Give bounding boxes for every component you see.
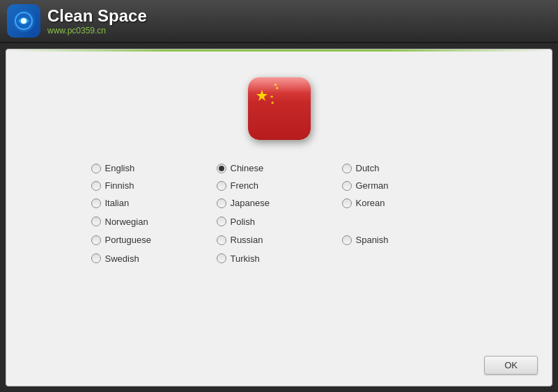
lang-option-finnish[interactable]: Finnish <box>91 178 217 193</box>
lang-option-english[interactable]: English <box>91 161 217 175</box>
chinese-flag-icon <box>248 77 311 140</box>
radio-german[interactable] <box>342 181 352 191</box>
app-logo <box>7 4 40 38</box>
lang-label-english: English <box>105 163 135 173</box>
ok-button-container: OK <box>484 356 538 375</box>
lang-option-japanese[interactable]: Japanese <box>217 196 342 210</box>
app-subtitle: www.pc0359.cn <box>47 26 147 36</box>
ok-button[interactable]: OK <box>484 356 538 375</box>
radio-finnish[interactable] <box>91 181 101 191</box>
flag-container <box>248 77 311 140</box>
lang-label-polish: Polish <box>231 217 255 227</box>
radio-italian[interactable] <box>91 198 101 208</box>
lang-label-japanese: Japanese <box>231 198 270 208</box>
svg-point-2 <box>21 18 26 24</box>
lang-label-italian: Italian <box>105 198 130 208</box>
lang-option-chinese[interactable]: Chinese <box>217 161 342 175</box>
title-text-group: Clean Space www.pc0359.cn <box>47 6 147 36</box>
radio-korean[interactable] <box>342 198 352 208</box>
lang-option-korean[interactable]: Korean <box>342 196 467 210</box>
lang-label-norwegian: Norwegian <box>105 217 148 227</box>
green-accent-line <box>6 49 552 52</box>
lang-option-german[interactable]: German <box>342 178 467 193</box>
radio-spanish[interactable] <box>342 235 352 245</box>
radio-japanese[interactable] <box>217 198 226 208</box>
lang-label-german: German <box>356 180 389 191</box>
lang-label-portuguese: Portuguese <box>105 235 152 245</box>
lang-option-russian[interactable]: Russian <box>217 233 342 247</box>
lang-option-dutch[interactable]: Dutch <box>342 161 467 175</box>
main-dialog: English Chinese Dutch Finnish French <box>6 49 552 386</box>
lang-label-chinese: Chinese <box>231 163 264 173</box>
svg-rect-9 <box>248 77 311 109</box>
radio-english[interactable] <box>91 164 101 173</box>
lang-label-dutch: Dutch <box>356 163 380 173</box>
radio-portuguese[interactable] <box>91 235 101 245</box>
radio-dutch[interactable] <box>342 164 352 173</box>
radio-norwegian[interactable] <box>91 217 101 226</box>
title-bar: Clean Space www.pc0359.cn <box>0 0 558 43</box>
lang-label-korean: Korean <box>356 198 385 208</box>
lang-label-spanish: Spanish <box>356 235 389 245</box>
lang-option-polish[interactable]: Polish <box>217 213 342 230</box>
lang-label-french: French <box>231 180 258 191</box>
app-title: Clean Space <box>47 6 147 26</box>
radio-swedish[interactable] <box>91 253 101 263</box>
radio-turkish[interactable] <box>217 253 226 263</box>
lang-label-russian: Russian <box>231 235 263 245</box>
lang-option-french[interactable]: French <box>217 178 342 193</box>
lang-option-swedish[interactable]: Swedish <box>91 250 217 267</box>
radio-polish[interactable] <box>217 217 226 226</box>
radio-chinese[interactable] <box>217 164 226 173</box>
lang-option-norwegian[interactable]: Norwegian <box>91 213 217 230</box>
lang-option-italian[interactable]: Italian <box>91 196 217 210</box>
lang-label-turkish: Turkish <box>231 253 260 264</box>
radio-russian[interactable] <box>217 235 226 245</box>
lang-label-swedish: Swedish <box>105 253 139 264</box>
lang-option-turkish[interactable]: Turkish <box>217 250 342 267</box>
lang-option-portuguese[interactable]: Portuguese <box>91 233 217 247</box>
lang-option-spanish[interactable]: Spanish <box>342 233 467 247</box>
language-grid: English Chinese Dutch Finnish French <box>49 161 509 267</box>
lang-label-finnish: Finnish <box>105 180 134 191</box>
radio-french[interactable] <box>217 181 226 191</box>
